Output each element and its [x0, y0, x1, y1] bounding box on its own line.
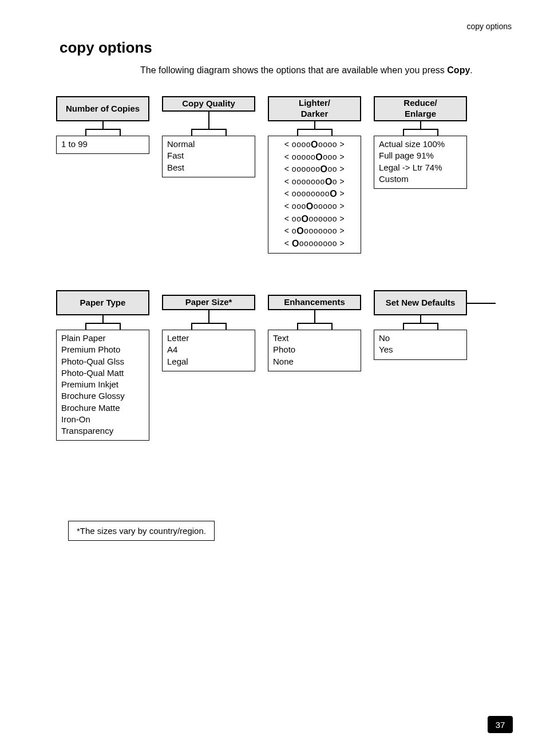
list-item: < ooooooooO >: [273, 188, 356, 200]
page-number: 37: [488, 716, 513, 733]
list-item: Photo-Qual Matt: [61, 367, 144, 379]
list-item: Yes: [379, 344, 462, 355]
list-item: Normal: [167, 138, 250, 150]
list-item: < ooooOoooo >: [273, 138, 356, 151]
group-set-new-defaults: Set New Defaults NoYes: [374, 290, 467, 441]
list-item: < oOooooooo >: [273, 225, 356, 238]
connector-icon: [420, 121, 421, 129]
connector-icon: [191, 324, 227, 330]
list-item: Premium Inkjet: [61, 379, 144, 390]
intro-tail: .: [470, 65, 472, 75]
group-copy-quality: Copy Quality NormalFastBest: [162, 96, 255, 254]
header-reduce-enlarge: Reduce/Enlarge: [374, 96, 467, 121]
group-paper-type: Paper Type Plain PaperPremium PhotoPhoto…: [56, 290, 149, 441]
options-paper-size: LetterA4Legal: [162, 330, 255, 371]
group-lighter-darker: Lighter/Darker < ooooOoooo >< oooooOooo …: [268, 96, 361, 254]
intro-text: The following diagram shows the options …: [140, 65, 447, 75]
connector-icon: [191, 323, 227, 324]
connector-icon: [102, 315, 104, 323]
page-title: copy options: [60, 39, 152, 57]
connector-icon: [191, 130, 227, 136]
header-number-of-copies: Number of Copies: [56, 96, 149, 121]
connector-icon: [102, 121, 104, 129]
list-item: 1 to 99: [61, 138, 144, 150]
header-paper-type: Paper Type: [56, 290, 149, 315]
list-item: Best: [167, 162, 250, 173]
connector-icon: [191, 129, 227, 130]
list-item: Photo: [273, 344, 356, 355]
group-paper-size: Paper Size* LetterA4Legal: [162, 290, 255, 441]
footnote: *The sizes vary by country/region.: [68, 521, 215, 541]
connector-icon: [208, 112, 209, 129]
list-item: Text: [273, 333, 356, 344]
connector-icon: [208, 310, 209, 323]
group-number-of-copies: Number of Copies 1 to 99: [56, 96, 149, 254]
header-copy-quality: Copy Quality: [162, 96, 255, 112]
list-item: Fast: [167, 150, 250, 161]
header-set-new-defaults: Set New Defaults: [374, 290, 467, 315]
connector-icon: [85, 324, 121, 330]
list-item: Photo-Qual Glss: [61, 356, 144, 367]
header-paper-size: Paper Size*: [162, 295, 255, 310]
options-enhancements: TextPhotoNone: [268, 330, 361, 371]
list-item: Plain Paper: [61, 333, 144, 344]
options-number-of-copies: 1 to 99: [56, 136, 149, 154]
options-reduce-enlarge: Actual size 100%Full page 91%Legal -> Lt…: [374, 136, 467, 189]
connector-icon: [403, 323, 438, 324]
group-enhancements: Enhancements TextPhotoNone: [268, 290, 361, 441]
header-lighter-darker: Lighter/Darker: [268, 96, 361, 121]
list-item: Custom: [379, 173, 462, 185]
list-item: < ooooooOoo >: [273, 163, 356, 176]
connector-icon: [297, 324, 333, 330]
list-item: Iron-On: [61, 414, 144, 425]
connector-icon: [314, 310, 315, 323]
list-item: < oooOooooo >: [273, 200, 356, 213]
connector-icon: [403, 324, 438, 330]
connector-icon: [297, 129, 333, 130]
options-row-1: Number of Copies 1 to 99 Copy Quality No…: [56, 96, 467, 254]
list-item: < oooooooOo >: [273, 176, 356, 188]
options-copy-quality: NormalFastBest: [162, 136, 255, 177]
connector-icon: [85, 129, 121, 130]
list-item: Premium Photo: [61, 344, 144, 355]
connector-icon: [314, 121, 315, 129]
list-item: Full page 91%: [379, 150, 462, 161]
connector-icon: [403, 130, 438, 136]
list-item: < ooOoooooo >: [273, 213, 356, 225]
list-item: None: [273, 356, 356, 367]
list-item: Actual size 100%: [379, 138, 462, 150]
list-item: < oooooOooo >: [273, 151, 356, 164]
options-row-2: Paper Type Plain PaperPremium PhotoPhoto…: [56, 290, 467, 441]
connector-icon: [297, 130, 333, 136]
list-item: Brochure Glossy: [61, 390, 144, 402]
list-item: Brochure Matte: [61, 402, 144, 414]
connector-icon: [467, 303, 496, 304]
connector-icon: [297, 323, 333, 324]
list-item: Legal -> Ltr 74%: [379, 162, 462, 173]
connector-icon: [85, 130, 121, 136]
options-paper-type: Plain PaperPremium PhotoPhoto-Qual GlssP…: [56, 330, 149, 441]
header-enhancements: Enhancements: [268, 295, 361, 310]
options-set-new-defaults: NoYes: [374, 330, 467, 360]
list-item: Legal: [167, 356, 250, 367]
connector-icon: [85, 323, 121, 324]
connector-icon: [420, 315, 421, 323]
list-item: < Ooooooooo >: [273, 238, 356, 250]
list-item: A4: [167, 344, 250, 355]
options-lighter-darker: < ooooOoooo >< oooooOooo >< ooooooOoo ><…: [268, 136, 361, 254]
intro-paragraph: The following diagram shows the options …: [140, 64, 489, 77]
list-item: Transparency: [61, 425, 144, 437]
intro-bold: Copy: [447, 65, 470, 75]
group-reduce-enlarge: Reduce/Enlarge Actual size 100%Full page…: [374, 96, 467, 254]
running-header: copy options: [466, 22, 512, 31]
list-item: Letter: [167, 333, 250, 344]
connector-icon: [403, 129, 438, 130]
list-item: No: [379, 333, 462, 344]
